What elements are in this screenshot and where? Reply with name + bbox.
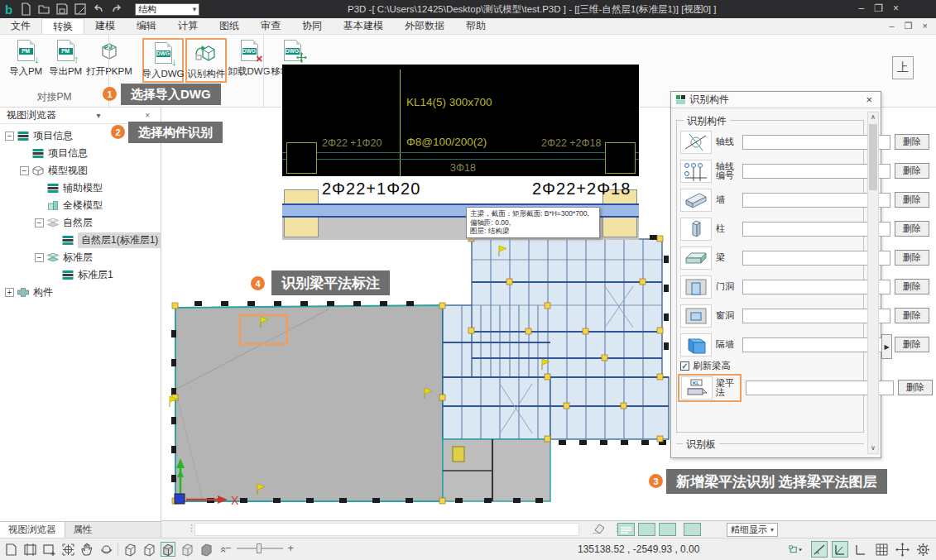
panel-scrollbar[interactable]: ∧ ∨ <box>867 112 879 454</box>
new-view-icon[interactable] <box>3 542 18 557</box>
menu-drawings[interactable]: 图纸 <box>209 18 250 34</box>
open-pkpm-button[interactable]: PM 打开PKPM <box>86 38 132 78</box>
panel-flyout-button[interactable]: ▶ <box>881 334 892 359</box>
up-button[interactable]: 上 <box>892 56 914 79</box>
delete-wall-button[interactable]: 删除 <box>895 192 929 208</box>
snap-toggle-button[interactable] <box>638 523 655 536</box>
delete-column-button[interactable]: 删除 <box>895 221 929 237</box>
menu-basic-modeling[interactable]: 基本建模 <box>333 18 394 34</box>
zoom-window-icon[interactable] <box>22 542 37 557</box>
refresh-beam-height-option[interactable]: ✓ 刷新梁高 <box>680 359 860 373</box>
tree-item-project-info[interactable]: 项目信息 <box>0 145 161 162</box>
delete-door-opening-button[interactable]: 删除 <box>895 279 929 294</box>
delete-window-opening-button[interactable]: 删除 <box>895 308 929 323</box>
delete-partition-button[interactable]: 删除 <box>895 337 929 352</box>
panel-close-icon[interactable]: × <box>141 111 154 120</box>
tree-item-natural-floors[interactable]: − 自然层 <box>0 214 161 232</box>
command-input[interactable] <box>194 523 579 536</box>
ortho-icon[interactable] <box>852 541 869 558</box>
scroll-up-icon[interactable]: ∧ <box>868 112 878 122</box>
eraser-icon[interactable] <box>592 524 605 536</box>
move-icon[interactable] <box>894 541 910 558</box>
doc-minimize-button[interactable]: – <box>890 21 895 31</box>
delete-beam-pingfa-button[interactable]: 删除 <box>898 380 933 395</box>
hidden-line-view-icon[interactable] <box>142 542 156 557</box>
zoom-slider[interactable]: − + <box>225 542 294 554</box>
menu-modeling[interactable]: 建模 <box>84 18 126 34</box>
orbit-icon[interactable] <box>98 542 113 557</box>
ortho-toggle-button[interactable] <box>684 523 701 536</box>
display-mode-dropdown[interactable]: 精细显示 ▾ <box>727 523 778 537</box>
close-button[interactable]: × <box>893 2 899 14</box>
gear-icon[interactable] <box>914 541 931 558</box>
tab-properties[interactable]: 属性 <box>65 522 101 538</box>
grid-icon[interactable] <box>873 541 890 558</box>
layout-icon[interactable] <box>74 2 87 16</box>
undo-icon[interactable] <box>92 2 105 16</box>
menu-external-data[interactable]: 外部数据 <box>394 18 455 34</box>
zoom-extents-icon[interactable] <box>60 542 75 557</box>
import-pm-button[interactable]: PM↓ 导入PM <box>7 38 45 78</box>
doc-close-button[interactable]: × <box>923 21 928 31</box>
tree-item-standard-floors[interactable]: − 标准层 <box>0 249 161 266</box>
expand-icon[interactable]: + <box>5 288 14 297</box>
restore-button[interactable]: ❐ <box>874 2 883 14</box>
delete-axis-button[interactable]: 删除 <box>895 134 929 150</box>
angle-snap-icon[interactable] <box>832 541 848 558</box>
grid-toggle-button[interactable] <box>659 523 676 536</box>
zoom-in-icon[interactable]: + <box>288 542 295 554</box>
slider-track[interactable] <box>237 548 283 549</box>
recognize-component-button[interactable]: 识别构件 <box>185 38 227 83</box>
delete-beam-button[interactable]: 删除 <box>895 250 929 266</box>
close-icon[interactable]: × <box>862 93 876 106</box>
tree-item-whole-building-model[interactable]: 全楼模型 <box>0 197 161 214</box>
scroll-down-icon[interactable]: ∨ <box>868 443 878 453</box>
realistic-view-icon[interactable] <box>199 542 214 557</box>
tree-item-natural-floor-1[interactable]: 自然层1(标准层1) <box>0 232 161 249</box>
shaded-view-icon[interactable] <box>161 542 175 557</box>
add-view-icon[interactable] <box>41 542 56 557</box>
save-icon[interactable] <box>55 2 69 16</box>
workspace-combo-value: 结构 <box>138 3 156 16</box>
layers-icon <box>32 149 45 158</box>
menu-file[interactable]: 文件 <box>0 18 41 34</box>
menu-review[interactable]: 审查 <box>250 18 291 34</box>
scrollbar-thumb[interactable] <box>869 124 877 190</box>
pan-hand-icon[interactable] <box>79 542 94 557</box>
tree-item-standard-floor-1[interactable]: 标准层1 <box>0 266 161 284</box>
import-dwg-button[interactable]: DWG↓ 导入DWG <box>142 38 184 83</box>
selection-mode-button[interactable] <box>785 541 807 558</box>
menu-calculate[interactable]: 计算 <box>167 18 209 34</box>
slider-thumb[interactable] <box>257 543 262 553</box>
zoom-out-icon[interactable]: − <box>225 542 232 554</box>
new-file-icon[interactable] <box>19 2 32 16</box>
tree-item-aux-model[interactable]: 辅助模型 <box>0 179 161 197</box>
dwg-file-icon: DWG↓ <box>155 42 172 64</box>
redo-icon[interactable] <box>110 2 123 16</box>
polar-tracking-icon[interactable] <box>811 541 828 558</box>
menu-edit[interactable]: 编辑 <box>126 18 167 34</box>
workspace-combo[interactable]: 结构 ▾ <box>135 3 199 16</box>
pm-file-icon: PM↑ <box>57 40 74 61</box>
expand-icon[interactable]: − <box>35 253 44 262</box>
export-pm-button[interactable]: PM↑ 导出PM <box>46 38 84 78</box>
delete-axis-number-button[interactable]: 删除 <box>895 163 929 179</box>
tree-item-components[interactable]: + 构件 <box>0 284 161 301</box>
tab-view-browser[interactable]: 视图浏览器 <box>0 522 65 538</box>
keyboard-toggle-button[interactable] <box>617 523 635 536</box>
doc-restore-button[interactable]: ❐ <box>905 21 913 31</box>
minimize-button[interactable]: – <box>859 2 865 14</box>
wireframe-view-icon[interactable] <box>122 542 137 557</box>
menu-convert[interactable]: 转换 <box>41 18 84 34</box>
expand-icon[interactable]: − <box>20 166 29 175</box>
beam-annotation-text: KL14(5) 300x700 Φ8@100/200(2) 2Φ22 G6Φ12 <box>406 69 492 176</box>
shaded-edges-view-icon[interactable] <box>180 542 194 557</box>
tree-item-model-views[interactable]: − 模型视图 <box>0 162 161 179</box>
expand-icon[interactable]: − <box>35 218 44 227</box>
menu-collaborate[interactable]: 协同 <box>291 18 333 34</box>
expand-icon[interactable]: − <box>5 132 14 141</box>
checkbox-checked-icon[interactable]: ✓ <box>680 361 689 371</box>
open-file-icon[interactable] <box>37 2 50 16</box>
panel-pin-icon[interactable]: ▾ <box>93 111 105 120</box>
menu-help[interactable]: 帮助 <box>455 18 497 34</box>
